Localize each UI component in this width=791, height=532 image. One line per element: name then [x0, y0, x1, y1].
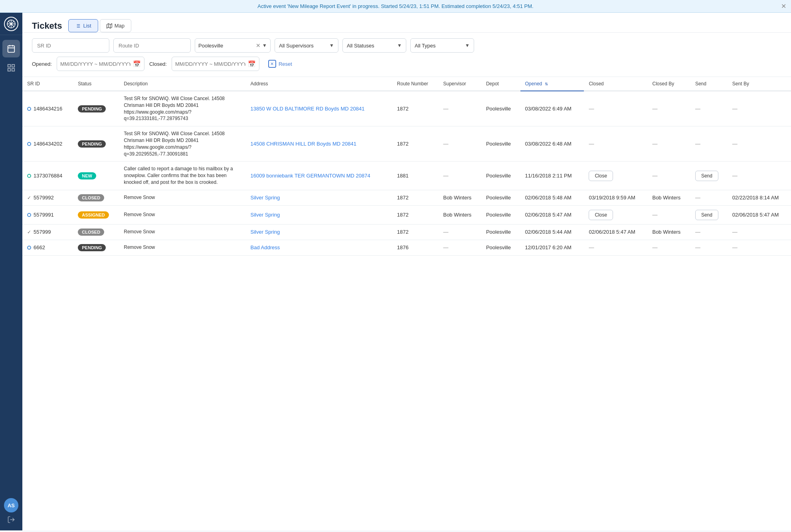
col-address[interactable]: Address [246, 77, 392, 91]
statuses-filter[interactable]: All Statuses ▼ [342, 38, 406, 53]
address-cell[interactable]: 14508 CHRISMAN HILL DR Boyds MD 20841 [246, 126, 392, 162]
sidebar-logo [0, 13, 22, 35]
closed-cell[interactable]: Close [584, 205, 647, 224]
status-badge: PENDING [78, 105, 106, 112]
opened-cell: 02/06/2018 5:47 AM [520, 205, 584, 224]
sent-by-cell: — [728, 240, 791, 255]
description-cell: Caller called to report a damage to his … [119, 162, 245, 190]
depot-cell: Poolesville [481, 162, 520, 190]
sr-id-cell: 5579991 [22, 205, 73, 224]
opened-cell: 12/01/2017 6:20 AM [520, 240, 584, 255]
route-id-input[interactable] [113, 38, 191, 53]
closed-cell: — [584, 240, 647, 255]
depot-cell: Poolesville [481, 190, 520, 205]
route-number-cell: 1872 [392, 205, 439, 224]
col-sent-by[interactable]: Sent By [728, 77, 791, 91]
col-send[interactable]: Send [690, 77, 728, 91]
supervisor-cell: — [438, 240, 481, 255]
send-cell[interactable]: Send [690, 162, 728, 190]
closed-label: Closed: [149, 61, 167, 67]
sr-id-cell: 1373076884 [22, 162, 73, 190]
col-opened[interactable]: Opened ⇅ [520, 77, 584, 91]
closed-cell: 03/19/2018 9:59 AM [584, 190, 647, 205]
send-cell[interactable]: Send [690, 205, 728, 224]
description-cell: Test SR for SNOWiQ. Will Close Cancel. 1… [119, 91, 245, 126]
closed-by-cell: — [647, 240, 690, 255]
col-description[interactable]: Description [119, 77, 245, 91]
closed-cell[interactable]: Close [584, 162, 647, 190]
sr-id-input[interactable] [32, 38, 109, 53]
supervisors-filter[interactable]: All Supervisors ▼ [275, 38, 338, 53]
logout-icon[interactable] [7, 516, 15, 526]
page-header: Tickets List Map [22, 13, 791, 33]
col-depot[interactable]: Depot [481, 77, 520, 91]
location-filter: Poolesville ✕ ▼ [195, 38, 271, 53]
col-closed-by[interactable]: Closed By [647, 77, 690, 91]
table-row: 1373076884NEWCaller called to report a d… [22, 162, 791, 190]
status-cell: NEW [73, 162, 119, 190]
closed-calendar-icon[interactable]: 📅 [248, 60, 256, 68]
opened-calendar-icon[interactable]: 📅 [133, 60, 141, 68]
reset-button[interactable]: ✕ Reset [264, 57, 296, 70]
banner-close-icon[interactable]: ✕ [781, 2, 786, 10]
depot-cell: Poolesville [481, 240, 520, 255]
types-filter[interactable]: All Types ▼ [410, 38, 474, 53]
opened-cell: 03/08/2022 6:49 AM [520, 91, 584, 126]
status-dot-icon [27, 142, 31, 146]
sr-id-value: 1486434216 [34, 106, 62, 112]
close-button[interactable]: Close [589, 171, 613, 181]
address-cell[interactable]: 16009 bonniebank TER GERMANTOWN MD 20874 [246, 162, 392, 190]
avatar[interactable]: AS [4, 498, 18, 512]
statuses-label: All Statuses [347, 43, 395, 49]
description-cell: Test SR for SNOWiQ. Will Close Cancel. 1… [119, 126, 245, 162]
checkmark-icon: ✓ [27, 229, 31, 235]
svg-rect-6 [8, 65, 10, 67]
types-chevron-icon: ▼ [465, 43, 470, 48]
sr-id-cell: 1486434202 [22, 126, 73, 162]
sr-id-value: 557999 [34, 229, 51, 235]
col-sr-id[interactable]: SR ID [22, 77, 73, 91]
col-closed[interactable]: Closed [584, 77, 647, 91]
closed-by-cell: Bob Winters [647, 224, 690, 240]
location-clear-icon[interactable]: ✕ [256, 42, 261, 49]
tab-map[interactable]: Map [100, 19, 131, 32]
route-number-cell: 1872 [392, 224, 439, 240]
closed-by-cell: — [647, 162, 690, 190]
sr-id-cell: 1486434216 [22, 91, 73, 126]
depot-cell: Poolesville [481, 205, 520, 224]
close-button[interactable]: Close [589, 210, 613, 220]
opened-date-input[interactable]: 📅 [57, 57, 144, 71]
supervisor-cell: — [438, 126, 481, 162]
supervisors-chevron-icon: ▼ [329, 43, 334, 48]
address-cell[interactable]: Silver Spring [246, 224, 392, 240]
status-badge: PENDING [78, 244, 106, 251]
status-cell: CLOSED [73, 224, 119, 240]
col-route-number[interactable]: Route Number [392, 77, 439, 91]
col-supervisor[interactable]: Supervisor [438, 77, 481, 91]
supervisor-cell: — [438, 91, 481, 126]
send-button[interactable]: Send [695, 171, 718, 181]
opened-cell: 11/16/2018 2:11 PM [520, 162, 584, 190]
table-row: ✓5579992CLOSEDRemove SnowSilver Spring18… [22, 190, 791, 205]
table-row: 6662PENDINGRemove SnowBad Address1876—Po… [22, 240, 791, 255]
address-cell[interactable]: Silver Spring [246, 190, 392, 205]
page-title: Tickets [32, 21, 62, 31]
closed-by-cell: — [647, 126, 690, 162]
svg-rect-8 [8, 69, 10, 71]
address-cell[interactable]: Silver Spring [246, 205, 392, 224]
address-cell[interactable]: 13850 W OLD BALTIMORE RD Boyds MD 20841 [246, 91, 392, 126]
status-cell: PENDING [73, 240, 119, 255]
closed-cell: — [584, 91, 647, 126]
closed-date-input[interactable]: 📅 [172, 57, 259, 71]
address-cell[interactable]: Bad Address [246, 240, 392, 255]
svg-rect-2 [8, 46, 15, 53]
send-button[interactable]: Send [695, 210, 718, 220]
sidebar-item-grid[interactable] [2, 59, 20, 77]
col-status[interactable]: Status [73, 77, 119, 91]
route-number-cell: 1881 [392, 162, 439, 190]
table-row: 5579991ASSIGNEDRemove SnowSilver Spring1… [22, 205, 791, 224]
sidebar-item-calendar[interactable] [2, 40, 20, 57]
tab-list[interactable]: List [68, 19, 98, 32]
location-chevron-icon[interactable]: ▼ [262, 43, 267, 48]
depot-cell: Poolesville [481, 126, 520, 162]
